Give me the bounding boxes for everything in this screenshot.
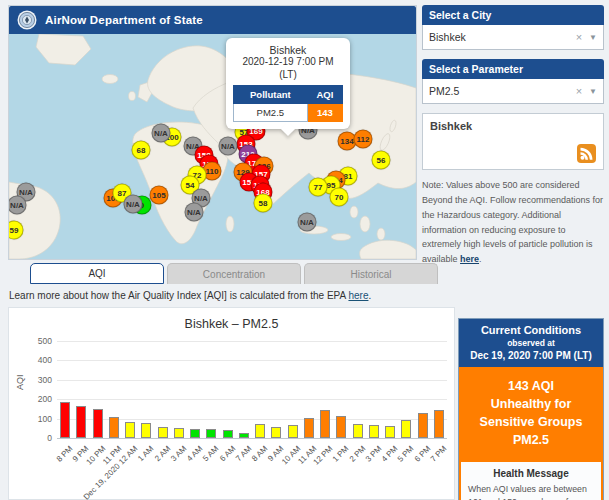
chart-x-axis-line	[57, 438, 447, 439]
chart-bar[interactable]	[158, 427, 168, 438]
chart-bar[interactable]	[369, 425, 379, 438]
chart-bar[interactable]	[288, 425, 298, 438]
chart-bar[interactable]	[125, 422, 135, 438]
aqi-map-marker[interactable]: 77	[309, 178, 328, 197]
world-map[interactable]: N/AN/A59100N/A68103870N/A105N/A158156110…	[9, 34, 416, 259]
tab-concentration[interactable]: Concentration	[167, 263, 301, 284]
chart-bar[interactable]	[255, 424, 265, 438]
chart-y-tick-label: 100	[38, 414, 52, 424]
map-popup: Bishkek 2020-12-19 7:00 PM (LT) Pollutan…	[226, 38, 350, 129]
current-aqi-value: 143 AQI	[467, 377, 595, 395]
chart-x-tick-label: 7 AM	[234, 444, 253, 463]
parameter-clear-icon[interactable]: ×	[576, 85, 582, 97]
aqi-map-marker[interactable]: 56	[372, 151, 391, 170]
chart-bar[interactable]	[141, 423, 151, 438]
chart-gridline	[57, 360, 447, 361]
chart-x-tick-label: 7 PM	[429, 444, 449, 464]
chart-gridline	[57, 341, 447, 342]
aqi-map-marker[interactable]: N/A	[152, 124, 171, 143]
chart-x-tick-label: 1 PM	[331, 444, 351, 464]
tab-historical[interactable]: Historical	[304, 263, 438, 284]
current-aqi-category: Unhealthy for Sensitive Groups	[467, 395, 595, 431]
city-chevron-down-icon[interactable]: ▼	[589, 33, 597, 42]
chart-y-axis-label: AQI	[15, 374, 25, 390]
parameter-chevron-down-icon[interactable]: ▼	[589, 87, 597, 96]
chart-bar[interactable]	[271, 427, 281, 438]
chart-y-tick-label: 500	[38, 336, 52, 346]
chart-y-tick-label: 300	[38, 375, 52, 385]
epa-here-link[interactable]: here	[348, 290, 368, 301]
feed-box: Bishkek	[422, 113, 604, 170]
feed-city-title: Bishkek	[430, 120, 596, 132]
chart-bar[interactable]	[206, 429, 216, 438]
aqi-map-marker[interactable]: 58	[254, 194, 273, 213]
tab-aqi[interactable]: AQI	[30, 263, 164, 284]
chart-bar[interactable]	[93, 409, 103, 438]
aqi-map-marker[interactable]: 68	[132, 141, 151, 160]
rss-feed-icon[interactable]	[577, 144, 596, 163]
chart-y-tick-label: 200	[38, 394, 52, 404]
popup-aqi-value: 143	[307, 104, 342, 122]
chart-x-tick-label: 4 PM	[380, 444, 400, 464]
learn-more-text: Learn more about how the Air Quality Ind…	[9, 290, 371, 301]
map-geography	[9, 34, 416, 259]
chart-x-tick-label: 8 AM	[250, 444, 269, 463]
sidebar: Select a City Bishkek × ▼ Select a Param…	[422, 5, 604, 267]
health-message-title: Health Message	[468, 468, 594, 479]
observed-datetime: Dec 19, 2020 7:00 PM (LT)	[463, 350, 599, 361]
chart-plot-area: 01002003004005008 PM9 PM10 PM11 PMDec 19…	[57, 341, 447, 438]
chart-bar[interactable]	[304, 418, 314, 438]
chart-bar[interactable]	[434, 410, 444, 438]
chart-bar[interactable]	[223, 430, 233, 438]
city-select[interactable]: Bishkek × ▼	[422, 25, 604, 50]
chart-bar[interactable]	[174, 428, 184, 438]
chart-bar[interactable]	[109, 417, 119, 438]
department-of-state-seal-icon	[17, 10, 37, 30]
chart-bar[interactable]	[60, 402, 70, 438]
chart-y-tick-label: 0	[47, 433, 52, 443]
aqi-chart-panel: Bishkek – PM2.5 AQI 01002003004005008 PM…	[8, 307, 455, 500]
popup-pollutant-value: PM2.5	[234, 104, 308, 122]
chart-gridline	[57, 380, 447, 381]
chart-bar[interactable]	[353, 424, 363, 438]
current-pollutant: PM2.5	[467, 431, 595, 449]
note-text: Note: Values above 500 are considered Be…	[422, 178, 604, 267]
aqi-map-marker[interactable]: N/A	[124, 195, 143, 214]
aqi-map-marker[interactable]: 105	[150, 186, 169, 205]
aqi-map-marker[interactable]: N/A	[219, 137, 238, 156]
chart-x-tick-label: 5 PM	[396, 444, 416, 464]
chart-bar[interactable]	[385, 426, 395, 438]
chart-bar[interactable]	[418, 413, 428, 438]
note-here-link[interactable]: here	[460, 254, 479, 264]
popup-aqi-header: AQI	[307, 86, 342, 104]
current-conditions-header: Current Conditions observed at Dec 19, 2…	[459, 319, 603, 367]
parameter-select[interactable]: PM2.5 × ▼	[422, 79, 604, 104]
chart-bar[interactable]	[76, 406, 86, 438]
chart-x-tick-label: 1 AM	[136, 444, 155, 463]
observed-at-label: observed at	[463, 338, 599, 348]
city-clear-icon[interactable]: ×	[576, 31, 582, 43]
chart-bar[interactable]	[320, 410, 330, 438]
select-city-header: Select a City	[422, 5, 604, 25]
chart-x-tick-label: 3 AM	[169, 444, 188, 463]
app-title: AirNow Department of State	[45, 14, 203, 26]
aqi-map-marker[interactable]: N/A	[185, 203, 204, 222]
chart-bar[interactable]	[401, 420, 411, 438]
chart-bar[interactable]	[336, 416, 346, 438]
chart-x-tick-label: 2 AM	[153, 444, 172, 463]
map-header: AirNow Department of State	[9, 6, 416, 34]
chart-bar[interactable]	[190, 429, 200, 438]
tab-bar: AQI Concentration Historical	[30, 263, 438, 284]
current-conditions-title: Current Conditions	[463, 324, 599, 336]
health-message-block: Health Message When AQI values are betwe…	[461, 462, 601, 500]
aqi-map-marker[interactable]: 70	[330, 188, 349, 207]
chart-title: Bishkek – PM2.5	[9, 308, 454, 331]
chart-x-tick-label: 6 PM	[412, 444, 432, 464]
chart-x-tick-label: 8 PM	[55, 444, 75, 464]
aqi-map-marker[interactable]: N/A	[298, 213, 317, 232]
parameter-select-value: PM2.5	[429, 85, 576, 97]
chart-bar[interactable]	[239, 433, 249, 438]
aqi-map-marker[interactable]: 112	[354, 130, 373, 149]
chart-x-tick-label: 4 AM	[185, 444, 204, 463]
current-conditions-body: 143 AQI Unhealthy for Sensitive Groups P…	[459, 367, 603, 500]
